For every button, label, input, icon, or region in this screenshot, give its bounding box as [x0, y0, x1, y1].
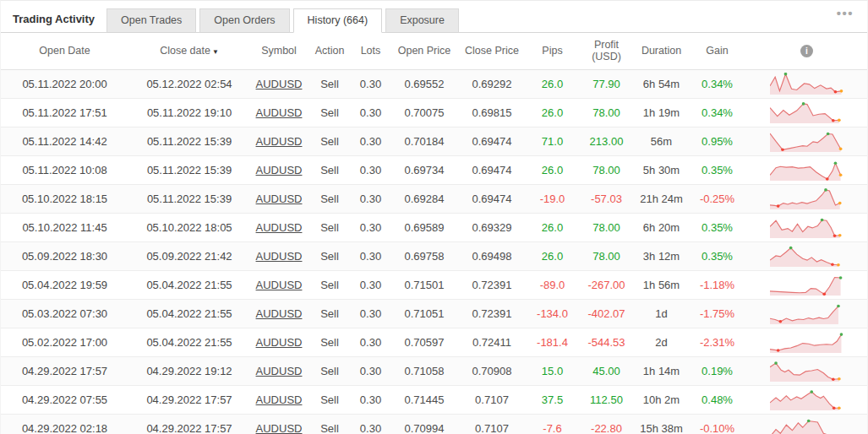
red-marker-dot: [833, 90, 837, 94]
symbol-link[interactable]: AUDUSD: [256, 106, 303, 119]
tab-open-orders[interactable]: Open Orders: [199, 8, 289, 33]
cell-close-price: 0.70908: [459, 356, 525, 385]
cell-profit: 78.00: [580, 213, 633, 241]
symbol-link[interactable]: AUDUSD: [256, 307, 303, 320]
cell-lots: 0.30: [352, 270, 390, 299]
symbol-link[interactable]: AUDUSD: [256, 250, 303, 263]
cell-pips: -181.4: [525, 328, 580, 356]
cell-chart: [745, 328, 868, 356]
col-header-open-date[interactable]: Open Date: [1, 33, 128, 69]
sparkline-chart: [770, 159, 844, 181]
cell-gain: -1.18%: [690, 270, 745, 299]
cell-gain: 0.95%: [690, 127, 745, 155]
symbol-link[interactable]: AUDUSD: [256, 78, 303, 90]
red-marker-dot: [822, 292, 826, 296]
cell-duration: 3h 12m: [633, 241, 690, 270]
red-marker-dot: [781, 148, 784, 151]
more-options-icon[interactable]: •••: [837, 9, 854, 18]
cell-action: Sell: [308, 385, 352, 414]
cell-pips: -7.6: [525, 414, 580, 434]
cell-profit: 78.00: [580, 241, 633, 270]
symbol-link[interactable]: AUDUSD: [256, 221, 303, 234]
cell-close-date: 05.04.2022 21:55: [128, 328, 250, 356]
cell-open-date: 04.29.2022 17:57: [1, 356, 128, 385]
cell-lots: 0.30: [352, 155, 390, 184]
sparkline-chart: [770, 302, 844, 324]
orange-marker-dot: [838, 148, 842, 151]
symbol-link[interactable]: AUDUSD: [256, 164, 303, 176]
col-header-action[interactable]: Action: [308, 33, 352, 69]
cell-chart: [745, 127, 868, 155]
cell-action: Sell: [308, 213, 352, 241]
symbol-link[interactable]: AUDUSD: [256, 135, 303, 148]
table-row: 05.11.2022 17:5105.11.2022 19:10AUDUSDSe…: [1, 98, 868, 127]
cell-lots: 0.30: [352, 328, 390, 356]
cell-duration: 1h 56m: [633, 270, 690, 299]
cell-open-date: 04.29.2022 07:55: [1, 385, 128, 414]
cell-symbol: AUDUSD: [250, 356, 308, 385]
col-header-profit[interactable]: Profit (USD): [580, 33, 633, 69]
cell-gain: -1.75%: [690, 299, 745, 328]
widget-title: Trading Activity: [9, 8, 106, 32]
col-header-symbol[interactable]: Symbol: [250, 33, 308, 69]
sparkline-chart: [770, 245, 844, 267]
tab-history-664[interactable]: History (664): [293, 8, 383, 33]
cell-chart: [745, 98, 868, 127]
cell-gain: -0.10%: [690, 414, 745, 434]
green-marker-dot: [826, 133, 829, 136]
col-header-lots[interactable]: Lots: [352, 33, 390, 69]
symbol-link[interactable]: AUDUSD: [256, 393, 303, 406]
cell-close-date: 05.04.2022 21:55: [128, 299, 250, 328]
col-header-duration[interactable]: Duration: [633, 33, 690, 69]
orange-marker-dot: [838, 173, 842, 176]
cell-open-date: 05.10.2022 18:15: [1, 184, 128, 213]
cell-open-date: 05.11.2022 17:51: [1, 98, 128, 127]
green-marker-dot: [838, 276, 842, 279]
cell-pips: 15.0: [525, 356, 580, 385]
cell-chart: [745, 356, 868, 385]
red-marker-dot: [831, 377, 834, 381]
cell-close-date: 05.11.2022 15:39: [128, 184, 250, 213]
cell-open-price: 0.69734: [390, 155, 459, 184]
cell-profit: 78.00: [580, 98, 633, 127]
symbol-link[interactable]: AUDUSD: [256, 365, 303, 377]
cell-symbol: AUDUSD: [250, 299, 308, 328]
col-header-open-price[interactable]: Open Price: [390, 33, 459, 69]
red-marker-dot: [778, 320, 782, 323]
sparkline-chart: [770, 216, 844, 238]
symbol-link[interactable]: AUDUSD: [256, 279, 303, 291]
history-table-body: 05.11.2022 20:0005.12.2022 02:54AUDUSDSe…: [1, 69, 868, 434]
symbol-link[interactable]: AUDUSD: [256, 336, 303, 349]
info-icon[interactable]: i: [800, 45, 813, 57]
cell-open-date: 05.10.2022 11:45: [1, 213, 128, 241]
col-header-pips[interactable]: Pips: [525, 33, 580, 69]
symbol-link[interactable]: AUDUSD: [256, 422, 303, 434]
cell-close-price: 0.69815: [459, 98, 525, 127]
cell-profit: -544.53: [580, 328, 633, 356]
sparkline-chart: [770, 417, 844, 434]
cell-symbol: AUDUSD: [250, 98, 308, 127]
tab-exposure[interactable]: Exposure: [385, 8, 459, 33]
cell-duration: 10h 2m: [633, 385, 690, 414]
cell-symbol: AUDUSD: [250, 213, 308, 241]
green-marker-dot: [801, 102, 805, 106]
cell-chart: [745, 299, 868, 328]
col-header-gain[interactable]: Gain: [690, 33, 745, 69]
tab-open-trades[interactable]: Open Trades: [106, 8, 196, 33]
cell-lots: 0.30: [352, 241, 390, 270]
sparkline-chart: [770, 274, 844, 296]
tabs-container: Open TradesOpen OrdersHistory (664)Expos…: [106, 8, 459, 32]
cell-close-price: 0.7107: [459, 414, 525, 434]
symbol-link[interactable]: AUDUSD: [256, 193, 303, 205]
table-row: 05.11.2022 14:4205.11.2022 15:39AUDUSDSe…: [1, 127, 868, 155]
cell-gain: -2.31%: [690, 328, 745, 356]
cell-symbol: AUDUSD: [250, 69, 308, 98]
cell-gain: 0.35%: [690, 155, 745, 184]
cell-open-date: 05.04.2022 19:59: [1, 270, 128, 299]
cell-close-date: 04.29.2022 17:57: [128, 385, 250, 414]
cell-open-date: 05.02.2022 17:00: [1, 328, 128, 356]
col-header-close-date[interactable]: Close date▼: [128, 33, 250, 69]
table-row: 05.11.2022 10:0805.11.2022 15:39AUDUSDSe…: [1, 155, 868, 184]
col-header-close-price[interactable]: Close Price: [459, 33, 525, 69]
cell-action: Sell: [308, 299, 352, 328]
